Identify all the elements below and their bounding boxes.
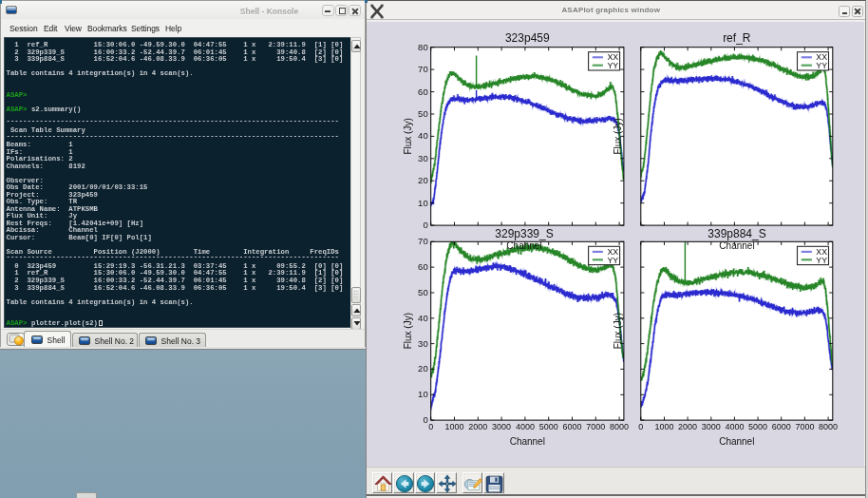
svg-text:20: 20 [418, 175, 428, 185]
svg-text:60: 60 [418, 86, 428, 96]
svg-text:Channel: Channel [719, 240, 754, 251]
svg-text:YY: YY [816, 255, 827, 264]
svg-text:1000: 1000 [444, 421, 463, 431]
svg-text:70: 70 [418, 236, 428, 246]
svg-text:0: 0 [423, 414, 427, 425]
svg-text:5000: 5000 [748, 421, 767, 431]
svg-text:7000: 7000 [586, 421, 605, 431]
svg-text:0: 0 [423, 220, 427, 230]
svg-text:50: 50 [418, 108, 428, 119]
svg-text:8000: 8000 [610, 421, 629, 431]
svg-text:323p459: 323p459 [505, 31, 550, 45]
svg-text:2000: 2000 [678, 421, 697, 431]
svg-text:329p339_S: 329p339_S [495, 227, 553, 240]
svg-text:5000: 5000 [539, 421, 558, 431]
svg-text:6000: 6000 [562, 421, 581, 431]
svg-text:Channel: Channel [719, 435, 754, 446]
svg-text:ref_R: ref_R [723, 31, 751, 45]
svg-text:YY: YY [816, 60, 827, 69]
svg-text:30: 30 [418, 152, 428, 163]
svg-text:20: 20 [418, 363, 428, 374]
svg-text:YY: YY [607, 60, 618, 69]
svg-text:4000: 4000 [516, 421, 535, 431]
svg-text:339p884_S: 339p884_S [708, 227, 765, 240]
svg-text:Flux (Jy): Flux (Jy) [403, 313, 413, 349]
svg-text:1000: 1000 [654, 421, 673, 431]
svg-text:Channel: Channel [510, 435, 545, 446]
svg-text:YY: YY [607, 255, 618, 264]
svg-text:4000: 4000 [725, 421, 744, 431]
svg-text:40: 40 [418, 130, 428, 141]
svg-text:2000: 2000 [468, 421, 487, 431]
svg-text:50: 50 [418, 287, 428, 297]
svg-text:10: 10 [418, 389, 428, 399]
svg-text:7000: 7000 [795, 421, 814, 431]
svg-text:0: 0 [638, 421, 643, 431]
svg-text:30: 30 [418, 337, 428, 348]
svg-text:0: 0 [428, 421, 433, 431]
svg-text:70: 70 [418, 64, 428, 74]
svg-text:Flux (Jy): Flux (Jy) [613, 313, 623, 349]
svg-text:3000: 3000 [492, 421, 511, 431]
svg-text:60: 60 [418, 261, 428, 272]
svg-text:Channel: Channel [506, 240, 541, 251]
svg-text:6000: 6000 [772, 421, 791, 431]
svg-text:10: 10 [418, 197, 428, 207]
svg-text:80: 80 [418, 41, 428, 51]
svg-text:40: 40 [418, 312, 428, 322]
svg-text:3000: 3000 [702, 421, 721, 431]
svg-text:8000: 8000 [819, 421, 838, 431]
svg-text:Flux (Jy): Flux (Jy) [613, 118, 623, 154]
svg-text:Flux (Jy): Flux (Jy) [403, 118, 413, 154]
